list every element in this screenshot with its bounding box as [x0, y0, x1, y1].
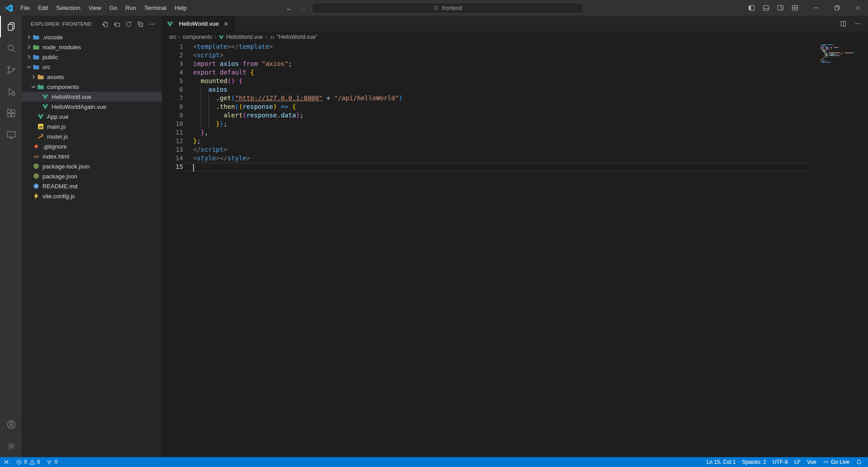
menu-edit[interactable]: Edit	[34, 3, 52, 14]
tree-item-index-html[interactable]: <>index.html	[22, 151, 162, 161]
breadcrumb-item[interactable]: HelloWorld.vue	[218, 34, 263, 40]
tree-item-main-js[interactable]: JSmain.js	[22, 121, 162, 131]
bolt-icon	[33, 192, 40, 200]
code-line-3[interactable]: 3import axios from "axios";	[162, 60, 868, 68]
tree-item-package-lock-json[interactable]: {}package-lock.json	[22, 161, 162, 171]
status-notifications[interactable]	[853, 457, 865, 467]
ports-indicator[interactable]: 0	[43, 457, 61, 467]
code-line-10[interactable]: 10 });	[162, 120, 868, 128]
tree-item-vite-config-js[interactable]: vite.config.js	[22, 191, 162, 201]
chevron-icon	[25, 43, 33, 51]
code-area[interactable]: 1<template></template>2<script>3import a…	[162, 42, 868, 457]
tab-helloworld-vue[interactable]: HelloWorld.vue	[162, 16, 235, 32]
collapse-all-icon[interactable]	[136, 19, 145, 28]
toggle-secondary-sidebar-icon[interactable]	[774, 3, 787, 14]
run-debug-icon[interactable]	[0, 81, 22, 103]
restore-button[interactable]	[826, 0, 847, 16]
menu-go[interactable]: Go	[105, 3, 121, 14]
tree-item-helloworld-vue[interactable]: HelloWorld.vue	[22, 92, 162, 102]
line-content: mounted() {	[183, 77, 809, 85]
toggle-sidebar-icon[interactable]	[745, 3, 758, 14]
tree-item-readme-md[interactable]: iREADME.md	[22, 181, 162, 191]
tree-item-helloworldagain-vue[interactable]: HelloWorldAgain.vue	[22, 102, 162, 112]
code-line-4[interactable]: 4export default {	[162, 68, 868, 77]
code-line-15[interactable]: 15	[162, 163, 868, 171]
status-bar: 00 0 Ln 15, Col 1Spaces: 2UTF-8LFVueGo L…	[0, 457, 868, 467]
code-line-1[interactable]: 1<template></template>	[162, 42, 868, 51]
minimap-line	[821, 62, 863, 63]
tree-item-label: index.html	[42, 153, 69, 160]
chevron-spacer	[25, 163, 33, 170]
menu-help[interactable]: Help	[170, 3, 191, 14]
status-encoding[interactable]: UTF-8	[769, 457, 791, 467]
problems-indicator[interactable]: 00	[13, 457, 43, 467]
close-button[interactable]	[847, 0, 868, 16]
search-icon[interactable]	[0, 37, 22, 59]
tree-item-node-modules[interactable]: node_modules	[22, 42, 162, 52]
code-line-5[interactable]: 5 mounted() {	[162, 77, 868, 85]
more-icon[interactable]	[853, 19, 863, 29]
menu-selection[interactable]: Selection	[52, 3, 84, 14]
menu-terminal[interactable]: Terminal	[140, 3, 170, 14]
menu-run[interactable]: Run	[121, 3, 140, 14]
code-line-6[interactable]: 6 axios	[162, 85, 868, 94]
code-line-12[interactable]: 12};	[162, 137, 868, 145]
breadcrumb-item[interactable]: components	[183, 34, 212, 40]
tree-item--vscode[interactable]: .vscode	[22, 32, 162, 42]
folder-icon	[37, 83, 44, 90]
minimap[interactable]	[819, 43, 863, 65]
menu-view[interactable]: View	[85, 3, 105, 14]
new-folder-icon[interactable]	[112, 19, 121, 28]
code-line-13[interactable]: 13</script>	[162, 145, 868, 154]
status-indentation[interactable]: Spaces: 2	[739, 457, 769, 467]
split-editor-icon[interactable]	[838, 19, 848, 29]
tree-item-src[interactable]: src	[22, 62, 162, 72]
code-line-9[interactable]: 9 alert(response.data);	[162, 111, 868, 120]
command-center-search[interactable]: frontend	[312, 3, 583, 14]
new-file-icon[interactable]	[100, 19, 109, 28]
tree-item-package-json[interactable]: {}package.json	[22, 171, 162, 181]
breadcrumb-item[interactable]: src	[169, 34, 176, 40]
menu-file[interactable]: File	[16, 3, 34, 14]
toggle-panel-icon[interactable]	[760, 3, 772, 14]
source-control-icon[interactable]	[0, 59, 22, 81]
accounts-icon[interactable]	[0, 414, 22, 435]
customize-layout-icon[interactable]	[788, 3, 801, 14]
tree-item--gitignore[interactable]: .gitignore	[22, 141, 162, 151]
breadcrumb-label: "HelloWorld.vue"	[277, 34, 318, 40]
tree-item-app-vue[interactable]: App.vue	[22, 112, 162, 121]
status-language-mode[interactable]: Vue	[804, 457, 820, 467]
tree-item-components[interactable]: components	[22, 82, 162, 92]
vue-icon	[218, 34, 224, 40]
line-content: .get("http://127.0.0.1:8000" + "/api/hel…	[183, 94, 809, 103]
breadcrumb-item[interactable]: {}"HelloWorld.vue"	[269, 34, 318, 40]
tab-close-icon[interactable]	[222, 19, 231, 28]
minimap-line	[821, 58, 863, 59]
line-number: 11	[162, 128, 183, 137]
extensions-icon[interactable]	[0, 103, 22, 124]
navigate-forward-icon[interactable]: →	[298, 4, 307, 12]
status-eol[interactable]: LF	[791, 457, 804, 467]
code-line-8[interactable]: 8 .then((response) => {	[162, 103, 868, 111]
more-icon[interactable]	[147, 19, 156, 28]
tree-item-label: components	[47, 84, 79, 90]
code-line-11[interactable]: 11 },	[162, 128, 868, 137]
code-line-7[interactable]: 7 .get("http://127.0.0.1:8000" + "/api/h…	[162, 94, 868, 103]
remote-indicator[interactable]	[0, 457, 13, 467]
tree-item-router-js[interactable]: router.js	[22, 131, 162, 141]
code-line-2[interactable]: 2<script>	[162, 51, 868, 60]
route-icon	[37, 133, 44, 140]
code-line-14[interactable]: 14<style></style>	[162, 154, 868, 163]
minimize-button[interactable]	[806, 0, 826, 16]
status-go-live[interactable]: Go Live	[820, 457, 853, 467]
vue-icon	[37, 113, 44, 120]
refresh-icon[interactable]	[124, 19, 133, 28]
warning-count: 0	[37, 459, 40, 465]
status-cursor-position[interactable]: Ln 15, Col 1	[703, 457, 739, 467]
remote-explorer-icon[interactable]	[0, 124, 22, 146]
tree-item-public[interactable]: public	[22, 52, 162, 62]
tree-item-assets[interactable]: assets	[22, 72, 162, 82]
navigate-back-icon[interactable]: ←	[285, 4, 294, 12]
settings-icon[interactable]	[0, 435, 22, 457]
explorer-icon[interactable]	[0, 16, 22, 37]
